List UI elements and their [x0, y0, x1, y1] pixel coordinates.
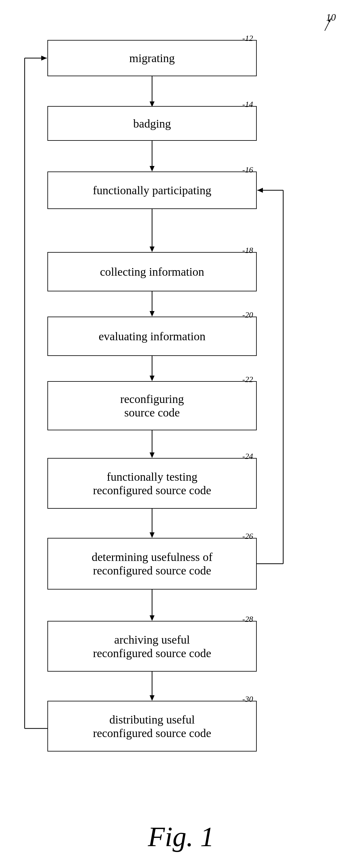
- svg-marker-27: [41, 56, 47, 61]
- box-reconfiguring: -22 reconfiguring source code: [48, 381, 257, 430]
- box-archiving-label: archiving useful reconfigured source cod…: [93, 633, 211, 660]
- box-collecting: -18 collecting information: [48, 252, 257, 291]
- diagram-container: 10: [0, 0, 362, 868]
- svg-marker-9: [149, 311, 155, 317]
- figure-number: 10: [326, 12, 336, 23]
- svg-marker-5: [149, 166, 155, 172]
- box-func-testing: -24 functionally testing reconfigured so…: [48, 458, 257, 509]
- fig-caption: Fig. 1: [0, 821, 362, 852]
- box-determining-label: determining usefulness of reconfigured s…: [92, 550, 213, 577]
- box-evaluating-label: evaluating information: [99, 330, 205, 343]
- svg-marker-13: [149, 453, 155, 458]
- box-reconfiguring-label: reconfiguring source code: [120, 392, 184, 419]
- svg-marker-15: [149, 532, 155, 538]
- svg-marker-11: [149, 376, 155, 381]
- box-func-testing-label: functionally testing reconfigured source…: [93, 470, 211, 497]
- svg-marker-7: [149, 247, 155, 252]
- box-evaluating: -20 evaluating information: [48, 317, 257, 356]
- box-badging: -14 badging: [48, 106, 257, 141]
- svg-marker-17: [149, 615, 155, 621]
- box-func-participating-label: functionally participating: [93, 184, 211, 197]
- box-migrating: -12 migrating: [48, 40, 257, 76]
- box-badging-label: badging: [133, 117, 171, 130]
- box-distributing: -30 distributing useful reconfigured sou…: [48, 701, 257, 751]
- box-func-participating: -16 functionally participating: [48, 172, 257, 209]
- box-collecting-label: collecting information: [100, 265, 204, 278]
- box-distributing-label: distributing useful reconfigured source …: [93, 713, 211, 740]
- svg-marker-19: [149, 695, 155, 701]
- box-migrating-label: migrating: [129, 51, 175, 65]
- svg-marker-23: [257, 188, 263, 193]
- fig-number-arrow: [0, 0, 362, 37]
- box-determining: -26 determining usefulness of reconfigur…: [48, 538, 257, 590]
- box-archiving: -28 archiving useful reconfigured source…: [48, 621, 257, 672]
